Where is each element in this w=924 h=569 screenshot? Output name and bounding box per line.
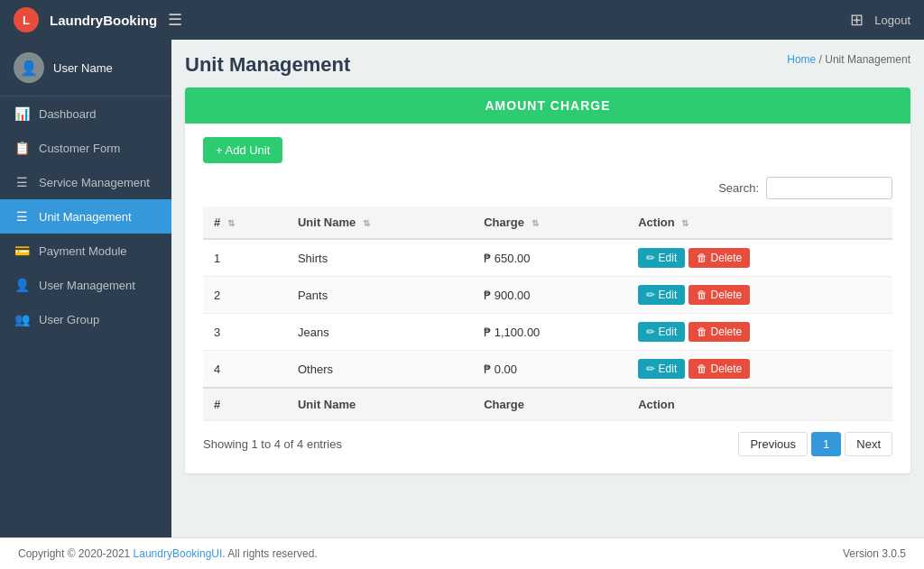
table-row: 3Jeans₱ 1,100.00✏ Edit🗑 Delete: [203, 314, 892, 351]
footer-version: Version 3.0.5: [843, 547, 906, 560]
service-management-icon: ☰: [14, 175, 30, 189]
sidebar-item-customer-form[interactable]: 📋 Customer Form: [0, 131, 171, 165]
edit-button[interactable]: ✏ Edit: [638, 285, 685, 305]
cell-num: 3: [203, 314, 287, 351]
edit-button[interactable]: ✏ Edit: [638, 248, 685, 268]
sidebar-item-label: Unit Management: [39, 210, 132, 224]
previous-button[interactable]: Previous: [738, 432, 808, 456]
page-1-button[interactable]: 1: [811, 432, 841, 456]
dashboard-icon: 📊: [14, 106, 30, 121]
hamburger-icon[interactable]: ☰: [168, 10, 182, 30]
edit-button[interactable]: ✏ Edit: [638, 359, 685, 379]
search-input[interactable]: [766, 177, 892, 199]
cell-unit-name: Others: [287, 351, 473, 389]
cell-unit-name: Shirts: [287, 239, 473, 277]
footer: Copyright © 2020-2021 LaundryBookingUI. …: [0, 537, 924, 569]
avatar: 👤: [14, 52, 44, 83]
table-footer-row: # Unit Name Charge Action: [203, 388, 892, 421]
delete-button[interactable]: 🗑 Delete: [688, 322, 750, 342]
card-body: + Add Unit Search: # ⇅ Unit Name ⇅ Charg…: [185, 124, 910, 473]
footer-col-num: #: [203, 388, 287, 421]
cell-unit-name: Jeans: [287, 314, 473, 351]
footer-copyright: Copyright © 2020-2021 LaundryBookingUI. …: [18, 547, 318, 560]
amount-charge-card: AMOUNT CHARGE + Add Unit Search: # ⇅ Uni…: [185, 87, 910, 473]
footer-col-unit-name: Unit Name: [287, 388, 473, 421]
page-title: Unit Management: [185, 53, 350, 77]
app-title: LaundryBooking: [50, 13, 157, 28]
sidebar-nav: 📊 Dashboard 📋 Customer Form ☰ Service Ma…: [0, 96, 171, 537]
cell-num: 2: [203, 277, 287, 314]
sidebar-item-user-management[interactable]: 👤 User Management: [0, 268, 171, 302]
footer-brand-link[interactable]: LaundryBookingUI: [134, 547, 223, 560]
sidebar-item-label: Customer Form: [39, 142, 120, 155]
logout-button[interactable]: Logout: [874, 14, 910, 27]
sidebar-item-label: User Management: [39, 279, 135, 292]
table-footer: Showing 1 to 4 of 4 entries Previous 1 N…: [203, 421, 892, 460]
sidebar-item-service-management[interactable]: ☰ Service Management: [0, 165, 171, 199]
breadcrumb: Home / Unit Management: [787, 53, 910, 66]
delete-button[interactable]: 🗑 Delete: [688, 285, 750, 305]
sidebar: 👤 User Name 📊 Dashboard 📋 Customer Form …: [0, 40, 171, 537]
sort-num-icon[interactable]: ⇅: [227, 218, 235, 228]
user-management-icon: 👤: [14, 278, 30, 292]
sort-charge-icon[interactable]: ⇅: [531, 218, 539, 228]
table-row: 2Pants₱ 900.00✏ Edit🗑 Delete: [203, 277, 892, 314]
cell-action: ✏ Edit🗑 Delete: [627, 239, 892, 277]
edit-button[interactable]: ✏ Edit: [638, 322, 685, 342]
sidebar-item-dashboard[interactable]: 📊 Dashboard: [0, 96, 171, 131]
payment-module-icon: 💳: [14, 243, 30, 258]
table-controls: Search:: [203, 177, 892, 199]
sort-name-icon[interactable]: ⇅: [363, 218, 370, 228]
sidebar-item-label: User Group: [39, 313, 99, 326]
sidebar-item-label: Service Management: [39, 176, 150, 189]
delete-button[interactable]: 🗑 Delete: [688, 359, 750, 379]
units-table: # ⇅ Unit Name ⇅ Charge ⇅ Action ⇅ 1Shirt…: [203, 206, 892, 421]
entries-info: Showing 1 to 4 of 4 entries: [203, 437, 342, 451]
cell-num: 1: [203, 239, 287, 277]
app-logo: L: [14, 7, 39, 32]
unit-management-icon: ☰: [14, 209, 30, 224]
footer-col-action: Action: [627, 388, 892, 421]
page-header: Unit Management Home / Unit Management: [185, 53, 910, 77]
breadcrumb-current: Unit Management: [825, 53, 910, 66]
table-row: 1Shirts₱ 650.00✏ Edit🗑 Delete: [203, 239, 892, 277]
cell-action: ✏ Edit🗑 Delete: [627, 314, 892, 351]
sidebar-item-unit-management[interactable]: ☰ Unit Management: [0, 199, 171, 234]
breadcrumb-home[interactable]: Home: [787, 53, 816, 66]
search-label: Search:: [718, 181, 759, 195]
main-layout: 👤 User Name 📊 Dashboard 📋 Customer Form …: [0, 40, 924, 537]
cell-charge: ₱ 900.00: [473, 277, 627, 314]
add-unit-button[interactable]: + Add Unit: [203, 137, 282, 163]
content-area: Unit Management Home / Unit Management A…: [171, 40, 924, 537]
top-bar: L LaundryBooking ☰ ⊞ Logout: [0, 0, 924, 40]
cell-action: ✏ Edit🗑 Delete: [627, 351, 892, 389]
next-button[interactable]: Next: [845, 432, 892, 456]
card-header: AMOUNT CHARGE: [185, 87, 910, 124]
table-header-row: # ⇅ Unit Name ⇅ Charge ⇅ Action ⇅: [203, 206, 892, 239]
col-charge: Charge ⇅: [473, 206, 627, 239]
sidebar-username: User Name: [53, 61, 113, 75]
table-row: 4Others₱ 0.00✏ Edit🗑 Delete: [203, 351, 892, 389]
sidebar-item-user-group[interactable]: 👥 User Group: [0, 302, 171, 336]
customer-form-icon: 📋: [14, 141, 30, 155]
cell-num: 4: [203, 351, 287, 389]
cell-unit-name: Pants: [287, 277, 473, 314]
pagination: Previous 1 Next: [738, 432, 892, 456]
top-bar-left: L LaundryBooking ☰: [14, 7, 182, 32]
cell-charge: ₱ 0.00: [473, 351, 627, 389]
grid-icon[interactable]: ⊞: [850, 10, 864, 30]
sidebar-item-label: Dashboard: [39, 107, 97, 121]
sidebar-user: 👤 User Name: [0, 40, 171, 96]
col-unit-name: Unit Name ⇅: [287, 206, 473, 239]
footer-col-charge: Charge: [473, 388, 627, 421]
delete-button[interactable]: 🗑 Delete: [688, 248, 750, 268]
sidebar-item-payment-module[interactable]: 💳 Payment Module: [0, 234, 171, 268]
col-action: Action ⇅: [627, 206, 892, 239]
cell-action: ✏ Edit🗑 Delete: [627, 277, 892, 314]
col-num: # ⇅: [203, 206, 287, 239]
cell-charge: ₱ 1,100.00: [473, 314, 627, 351]
top-bar-right: ⊞ Logout: [850, 10, 910, 30]
user-group-icon: 👥: [14, 312, 30, 326]
cell-charge: ₱ 650.00: [473, 239, 627, 277]
sort-action-icon[interactable]: ⇅: [681, 218, 688, 228]
